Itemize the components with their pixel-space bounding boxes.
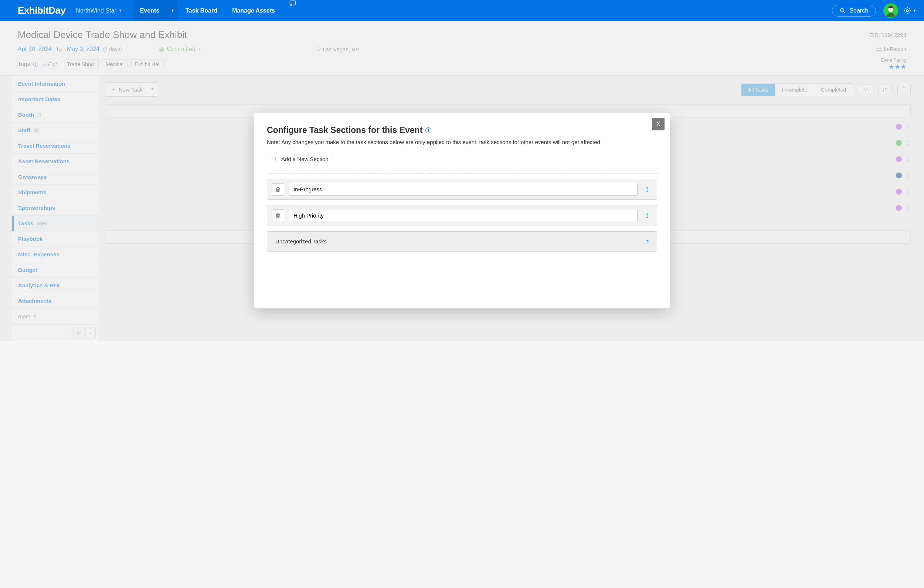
svg-point-1 [840,8,844,12]
plus-icon: ＋ [272,155,278,163]
user-avatar[interactable] [883,3,898,18]
workspace-name: NorthWind Star [76,7,116,14]
nav-events[interactable]: Events [133,0,167,21]
settings-menu[interactable]: ▼ [903,7,917,15]
section-row [267,179,657,200]
drag-handle-icon[interactable] [642,212,652,220]
workspace-selector[interactable]: NorthWind Star ▼ [76,7,122,14]
svg-rect-0 [290,1,295,5]
modal-note: Note: Any changes you make to the task s… [267,139,657,145]
cast-icon[interactable] [289,0,296,21]
add-section-label: Add a New Section [281,156,328,162]
search-label: Search [849,7,868,14]
uncategorized-label: Uncategorized Tasks [272,235,638,247]
uncategorized-section-row: Uncategorized Tasks [267,231,657,252]
move-up-icon[interactable] [642,238,652,245]
caret-down-icon: ▼ [119,8,122,13]
divider [267,173,657,174]
info-icon[interactable]: i [426,127,431,133]
modal-close-button[interactable]: X [652,118,665,130]
search-button[interactable]: Search [832,5,876,16]
section-name-input[interactable] [289,183,638,196]
drag-handle-icon[interactable] [642,185,652,194]
add-section-button[interactable]: ＋ Add a New Section [267,152,334,166]
svg-point-5 [906,10,909,12]
configure-sections-modal: X Configure Task Sections for this Event… [254,113,670,308]
delete-section-button[interactable] [272,183,284,196]
modal-title: Configure Task Sections for this Event i [267,125,657,135]
delete-section-button[interactable] [272,209,284,222]
section-row [267,205,657,226]
svg-line-2 [843,12,845,13]
caret-down-icon: ▼ [913,8,917,13]
nav-events-dropdown[interactable]: ▼ [167,0,178,21]
nav-taskboard[interactable]: Task Board [178,0,225,21]
section-name-input[interactable] [289,209,638,222]
brand-logo[interactable]: ExhibitDay [18,5,65,16]
nav-assets[interactable]: Manage Assets [225,0,282,21]
